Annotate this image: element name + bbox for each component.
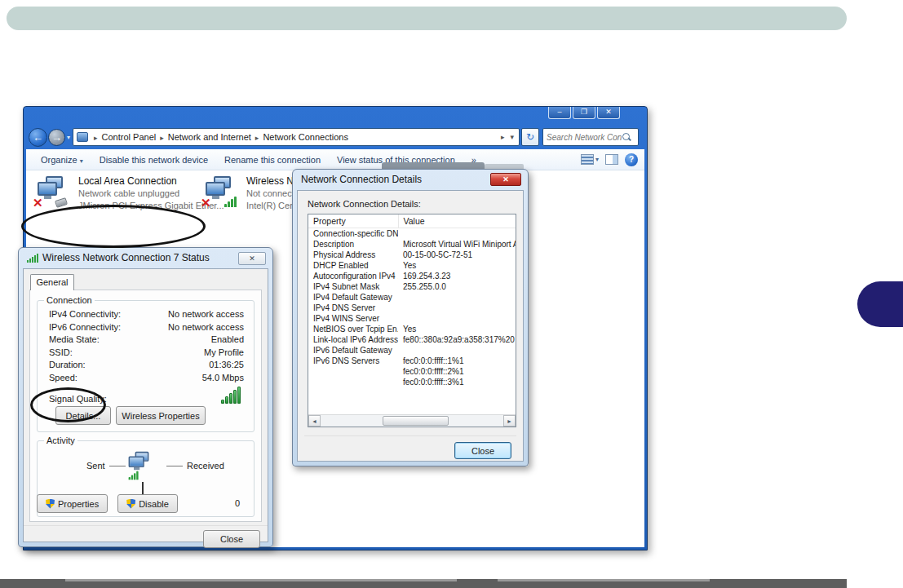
help-button[interactable]: ? [625, 153, 638, 166]
horizontal-scrollbar[interactable]: ◄ ► [308, 414, 516, 427]
property-cell: Autoconfiguration IPv4 ... [308, 271, 398, 281]
close-icon: ✕ [605, 108, 612, 116]
details-row[interactable]: fec0:0:0:ffff::3%1 [308, 377, 516, 387]
details-row[interactable]: Autoconfiguration IPv4 ... 169.254.3.23 [308, 271, 516, 281]
details-row[interactable]: IPv6 Default Gateway [308, 345, 516, 356]
minimize-button[interactable]: – [548, 107, 571, 119]
property-cell: DHCP Enabled [308, 260, 398, 271]
breadcrumb-label: Network and Internet [168, 132, 251, 142]
details-row[interactable]: IPv4 WINS Server [308, 313, 516, 324]
scrollbar-thumb[interactable] [383, 416, 449, 426]
details-row[interactable]: fec0:0:0:ffff::2%1 [308, 366, 516, 377]
disable-device-command[interactable]: Disable this network device [91, 155, 216, 165]
dialog-close-button[interactable]: ✕ [490, 173, 521, 186]
tab-general[interactable]: General [30, 274, 74, 290]
scroll-right-button[interactable]: ► [503, 415, 516, 427]
status-row-label: SSID: [49, 347, 73, 357]
refresh-icon: ↻ [526, 131, 534, 143]
details-row[interactable]: Description Microsoft Virtual WiFi Minip… [308, 239, 516, 250]
status-row-label: IPv6 Connectivity: [49, 322, 121, 332]
status-row-value: 54.0 Mbps [202, 373, 244, 382]
value-cell [398, 228, 516, 240]
value-cell: fe80::380a:92a9:a358:317%20 [398, 334, 516, 345]
details-row[interactable]: Physical Address 00-15-00-5C-72-51 [308, 250, 516, 260]
refresh-button[interactable]: ↻ [521, 128, 539, 146]
window-caption-buttons: – ❐ ✕ [548, 107, 620, 119]
status-row-label: IPv4 Connectivity: [49, 309, 121, 319]
connection-name: Local Area Connection [78, 175, 224, 188]
uac-shield-icon [126, 499, 135, 509]
property-cell: IPv4 DNS Server [308, 303, 398, 313]
property-cell [308, 366, 398, 377]
organize-label: Organize [41, 155, 77, 165]
chevron-right-icon: ▸ [251, 134, 263, 142]
maximize-button[interactable]: ❐ [573, 107, 595, 119]
details-row[interactable]: Connection-specific DN... [308, 228, 516, 240]
scrollbar-track[interactable] [321, 415, 503, 427]
search-input[interactable] [547, 133, 622, 142]
change-view-button[interactable]: ▾ [581, 154, 599, 165]
column-header-property[interactable]: Property [308, 214, 398, 228]
computers-icon [127, 451, 153, 475]
page-footer-bar [0, 579, 847, 588]
details-row[interactable]: DHCP Enabled Yes [308, 260, 516, 271]
column-header-value[interactable]: Value [398, 214, 516, 228]
breadcrumb-segment[interactable]: ▸Network Connections [251, 132, 348, 142]
dialog-title: Wireless Network Connection 7 Status [42, 252, 210, 263]
properties-label: Properties [58, 499, 99, 509]
details-row[interactable]: IPv4 DNS Server [308, 303, 516, 313]
breadcrumb-segment[interactable]: ▸Control Panel [90, 132, 156, 142]
dialog-close-button[interactable]: ✕ [238, 252, 266, 265]
details-table: Property Value Connection-specific DN... [308, 214, 516, 427]
details-row[interactable]: Link-local IPv6 Address fe80::380a:92a9:… [308, 334, 516, 345]
status-row-label: Duration: [49, 360, 86, 369]
breadcrumb-label: Control Panel [102, 132, 157, 142]
preview-pane-button[interactable] [605, 154, 618, 165]
property-cell: Physical Address [308, 250, 398, 260]
disable-button[interactable]: Disable [117, 494, 178, 513]
address-bar-row: ← → ▾ ▸Control Panel ▸Network and Intern… [29, 126, 642, 148]
wireless-properties-button[interactable]: Wireless Properties [116, 406, 206, 425]
connection-group-label: Connection [44, 295, 95, 305]
value-cell [398, 313, 516, 324]
status-row-value: No network access [168, 322, 244, 332]
status-row-label: Media State: [49, 334, 100, 344]
rename-connection-command[interactable]: Rename this connection [216, 155, 329, 165]
details-close-button[interactable]: Close [454, 442, 511, 459]
status-row: Speed: 54.0 Mbps [38, 371, 254, 384]
dash-line [166, 466, 183, 466]
forward-icon: → [51, 131, 62, 144]
table-header-row: Property Value [308, 214, 516, 228]
scroll-left-button[interactable]: ◄ [308, 415, 321, 427]
breadcrumb: ▸Control Panel ▸Network and Internet ▸Ne… [90, 132, 497, 142]
properties-button[interactable]: Properties [37, 494, 108, 513]
status-close-button[interactable]: Close [203, 530, 260, 548]
breadcrumb-segment[interactable]: ▸Network and Internet [156, 132, 251, 142]
footer-separator [304, 435, 516, 436]
status-row-label: Speed: [49, 373, 77, 382]
organize-menu[interactable]: Organize ▾ [33, 155, 91, 165]
network-location-icon [77, 132, 88, 142]
signal-quality-bars-icon [221, 387, 241, 404]
network-connection-details-dialog: Network Connection Details ✕ Network Con… [292, 169, 529, 466]
received-label: Received [187, 461, 224, 471]
forward-button[interactable]: → [48, 129, 65, 146]
value-cell [398, 345, 516, 356]
details-intro-label: Network Connection Details: [308, 199, 421, 209]
status-row-value: 01:36:25 [209, 360, 244, 369]
address-dropdown-icon[interactable]: ▾ [508, 133, 516, 141]
footer-separator [24, 525, 268, 526]
activity-graph: Sent Received [38, 449, 254, 487]
wifi-status-icon [27, 254, 38, 263]
footer-strip [65, 579, 457, 581]
address-bar[interactable]: ▸Control Panel ▸Network and Internet ▸Ne… [73, 128, 520, 146]
history-dropdown-icon[interactable]: ▾ [67, 134, 70, 141]
details-row[interactable]: IPv4 Default Gateway [308, 292, 516, 303]
close-button[interactable]: ✕ [597, 107, 620, 119]
details-row[interactable]: NetBIOS over Tcpip En... Yes [308, 324, 516, 334]
back-button[interactable]: ← [29, 128, 47, 147]
details-row[interactable]: IPv4 Subnet Mask 255.255.0.0 [308, 281, 516, 292]
details-row[interactable]: IPv6 DNS Servers fec0:0:0:ffff::1%1 [308, 356, 516, 366]
command-toolbar: Organize ▾ Disable this network device R… [26, 149, 644, 170]
search-box[interactable] [542, 128, 639, 146]
